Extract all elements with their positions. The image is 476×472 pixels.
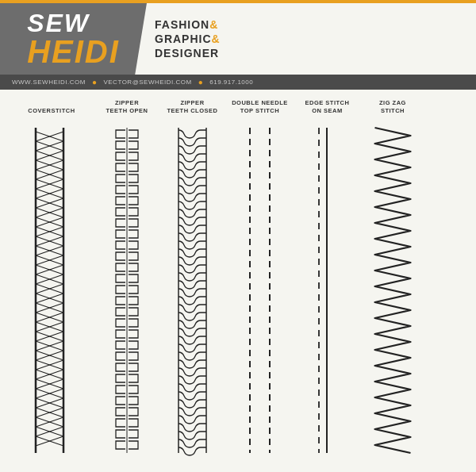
edge-stitch-svg xyxy=(294,124,361,457)
zipper-closed-svg xyxy=(159,124,226,457)
coverstitch-col: /* generated via loop below */ xyxy=(8,124,95,457)
zipper-open-svg xyxy=(95,124,159,457)
zipper-closed-col xyxy=(159,124,226,457)
logo-sew: SEW xyxy=(27,10,120,36)
logo-heidi: HEIDI xyxy=(27,36,120,67)
stitches-area: /* generated via loop below */ xyxy=(0,120,476,469)
double-needle-svg xyxy=(226,124,294,457)
coverstitch-svg: /* generated via loop below */ xyxy=(8,124,95,457)
contact-bar: WWW.SEWHEIDI.COM ● VECTOR@SEWHEIDI.COM ●… xyxy=(0,75,476,90)
label-coverstitch: COVERSTITCH xyxy=(8,107,95,115)
brand-title: FASHION& GRAPHIC& DESIGNER xyxy=(155,17,221,61)
label-zipper-closed: ZIPPERTEETH CLOSED xyxy=(159,99,226,115)
website-label: WWW.SEWHEIDI.COM xyxy=(12,79,86,86)
zigzag-col xyxy=(361,124,424,457)
zigzag-svg xyxy=(361,124,424,457)
dot1: ● xyxy=(92,78,98,86)
double-needle-col xyxy=(226,124,294,457)
labels-row: COVERSTITCH ZIPPERTEETH OPEN ZIPPERTEETH… xyxy=(0,90,476,120)
zipper-open-col xyxy=(95,124,159,457)
logo-block: SEW HEIDI xyxy=(0,3,147,75)
phone-label: 619.917.1000 xyxy=(209,79,253,86)
label-double-needle: DOUBLE NEEDLETOP STITCH xyxy=(226,99,294,115)
email-label: VECTOR@SEWHEIDI.COM xyxy=(103,79,191,86)
label-edge-stitch: EDGE STITCHON SEAM xyxy=(294,99,361,115)
label-zipper-open: ZIPPERTEETH OPEN xyxy=(95,99,159,115)
header: SEW HEIDI FASHION& GRAPHIC& DESIGNER xyxy=(0,3,476,75)
label-zigzag: ZIG ZAGSTITCH xyxy=(361,99,424,115)
dot2: ● xyxy=(198,78,204,86)
edge-stitch-col xyxy=(294,124,361,457)
brand-block: FASHION& GRAPHIC& DESIGNER xyxy=(139,3,236,75)
